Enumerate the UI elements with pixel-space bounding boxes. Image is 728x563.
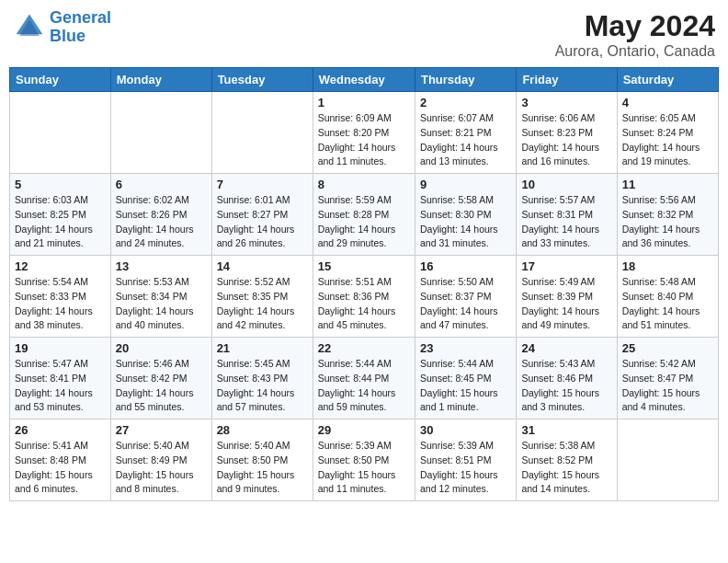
day-info: Sunrise: 5:38 AMSunset: 8:52 PMDaylight:… <box>521 439 611 497</box>
day-info: Sunrise: 5:42 AMSunset: 8:47 PMDaylight:… <box>622 357 713 415</box>
calendar-day <box>211 92 313 174</box>
day-number: 13 <box>116 259 207 273</box>
calendar-day: 11Sunrise: 5:56 AMSunset: 8:32 PMDayligh… <box>617 174 718 256</box>
day-info: Sunrise: 5:39 AMSunset: 8:51 PMDaylight:… <box>420 439 511 497</box>
day-number: 14 <box>217 259 308 273</box>
day-info: Sunrise: 5:52 AMSunset: 8:35 PMDaylight:… <box>217 275 308 333</box>
calendar-day: 20Sunrise: 5:46 AMSunset: 8:42 PMDayligh… <box>110 338 211 419</box>
day-info: Sunrise: 5:53 AMSunset: 8:34 PMDaylight:… <box>116 275 207 333</box>
day-info: Sunrise: 6:09 AMSunset: 8:20 PMDaylight:… <box>318 111 410 169</box>
day-info: Sunrise: 6:05 AMSunset: 8:24 PMDaylight:… <box>622 111 713 169</box>
calendar-day: 31Sunrise: 5:38 AMSunset: 8:52 PMDayligh… <box>517 419 617 501</box>
day-number: 31 <box>521 423 611 437</box>
weekday-header-wednesday: Wednesday <box>313 68 415 92</box>
day-info: Sunrise: 5:51 AMSunset: 8:36 PMDaylight:… <box>318 275 410 333</box>
day-info: Sunrise: 5:48 AMSunset: 8:40 PMDaylight:… <box>622 275 713 333</box>
day-info: Sunrise: 5:45 AMSunset: 8:43 PMDaylight:… <box>217 357 308 415</box>
day-number: 6 <box>116 178 207 191</box>
calendar-day: 15Sunrise: 5:51 AMSunset: 8:36 PMDayligh… <box>313 256 415 338</box>
day-info: Sunrise: 6:03 AMSunset: 8:25 PMDaylight:… <box>15 193 106 251</box>
day-number: 1 <box>318 96 410 109</box>
calendar-week-row: 19Sunrise: 5:47 AMSunset: 8:41 PMDayligh… <box>10 338 719 419</box>
calendar-day: 27Sunrise: 5:40 AMSunset: 8:49 PMDayligh… <box>110 419 211 501</box>
calendar-week-row: 26Sunrise: 5:41 AMSunset: 8:48 PMDayligh… <box>10 419 719 501</box>
calendar-day: 16Sunrise: 5:50 AMSunset: 8:37 PMDayligh… <box>415 256 516 338</box>
calendar-day: 29Sunrise: 5:39 AMSunset: 8:50 PMDayligh… <box>313 419 415 501</box>
calendar-week-row: 12Sunrise: 5:54 AMSunset: 8:33 PMDayligh… <box>10 256 719 338</box>
day-info: Sunrise: 5:49 AMSunset: 8:39 PMDaylight:… <box>521 275 611 333</box>
weekday-header-friday: Friday <box>517 68 617 92</box>
calendar-day: 12Sunrise: 5:54 AMSunset: 8:33 PMDayligh… <box>10 256 111 338</box>
weekday-header-monday: Monday <box>110 68 211 92</box>
day-number: 3 <box>521 96 611 109</box>
calendar-day: 26Sunrise: 5:41 AMSunset: 8:48 PMDayligh… <box>10 419 111 501</box>
weekday-header-row: SundayMondayTuesdayWednesdayThursdayFrid… <box>10 68 719 92</box>
calendar-day: 17Sunrise: 5:49 AMSunset: 8:39 PMDayligh… <box>517 256 617 338</box>
day-info: Sunrise: 5:50 AMSunset: 8:37 PMDaylight:… <box>420 275 511 333</box>
day-info: Sunrise: 5:41 AMSunset: 8:48 PMDaylight:… <box>15 439 106 497</box>
page-subtitle: Aurora, Ontario, Canada <box>555 43 715 60</box>
day-number: 19 <box>15 341 106 355</box>
day-number: 22 <box>318 341 410 355</box>
day-number: 24 <box>521 341 611 355</box>
calendar-day: 19Sunrise: 5:47 AMSunset: 8:41 PMDayligh… <box>10 338 111 419</box>
day-number: 10 <box>521 178 611 191</box>
day-number: 12 <box>15 259 106 273</box>
day-number: 7 <box>217 178 308 191</box>
logo-text: General Blue <box>50 9 111 46</box>
calendar-day: 25Sunrise: 5:42 AMSunset: 8:47 PMDayligh… <box>617 338 718 419</box>
day-info: Sunrise: 6:07 AMSunset: 8:21 PMDaylight:… <box>420 111 511 169</box>
calendar-day: 14Sunrise: 5:52 AMSunset: 8:35 PMDayligh… <box>211 256 313 338</box>
page-title: May 2024 <box>555 9 715 43</box>
day-info: Sunrise: 5:40 AMSunset: 8:49 PMDaylight:… <box>116 439 207 497</box>
day-info: Sunrise: 6:02 AMSunset: 8:26 PMDaylight:… <box>116 193 207 251</box>
day-number: 23 <box>420 341 511 355</box>
day-number: 17 <box>521 259 611 273</box>
calendar-day: 22Sunrise: 5:44 AMSunset: 8:44 PMDayligh… <box>313 338 415 419</box>
weekday-header-sunday: Sunday <box>10 68 111 92</box>
calendar-day <box>617 419 718 501</box>
day-number: 18 <box>622 259 713 273</box>
day-number: 15 <box>318 259 410 273</box>
day-number: 28 <box>217 423 308 437</box>
calendar-week-row: 1Sunrise: 6:09 AMSunset: 8:20 PMDaylight… <box>10 92 719 174</box>
calendar-day: 18Sunrise: 5:48 AMSunset: 8:40 PMDayligh… <box>617 256 718 338</box>
day-number: 8 <box>318 178 410 191</box>
day-info: Sunrise: 6:01 AMSunset: 8:27 PMDaylight:… <box>217 193 308 251</box>
calendar-day: 2Sunrise: 6:07 AMSunset: 8:21 PMDaylight… <box>415 92 516 174</box>
page-header: General Blue May 2024 Aurora, Ontario, C… <box>9 9 719 60</box>
logo-icon <box>13 11 46 44</box>
calendar-day: 8Sunrise: 5:59 AMSunset: 8:28 PMDaylight… <box>313 174 415 256</box>
day-info: Sunrise: 5:46 AMSunset: 8:42 PMDaylight:… <box>116 357 207 415</box>
calendar-day: 28Sunrise: 5:40 AMSunset: 8:50 PMDayligh… <box>211 419 313 501</box>
day-number: 30 <box>420 423 511 437</box>
day-info: Sunrise: 5:44 AMSunset: 8:44 PMDaylight:… <box>318 357 410 415</box>
day-info: Sunrise: 5:39 AMSunset: 8:50 PMDaylight:… <box>318 439 410 497</box>
day-number: 5 <box>15 178 106 191</box>
day-info: Sunrise: 5:47 AMSunset: 8:41 PMDaylight:… <box>15 357 106 415</box>
calendar-day: 10Sunrise: 5:57 AMSunset: 8:31 PMDayligh… <box>517 174 617 256</box>
calendar-day <box>110 92 211 174</box>
day-number: 4 <box>622 96 713 109</box>
logo: General Blue <box>13 9 111 46</box>
day-info: Sunrise: 6:06 AMSunset: 8:23 PMDaylight:… <box>521 111 611 169</box>
calendar-day: 6Sunrise: 6:02 AMSunset: 8:26 PMDaylight… <box>110 174 211 256</box>
title-block: May 2024 Aurora, Ontario, Canada <box>555 9 715 60</box>
day-number: 2 <box>420 96 511 109</box>
day-info: Sunrise: 5:58 AMSunset: 8:30 PMDaylight:… <box>420 193 511 251</box>
calendar-day: 24Sunrise: 5:43 AMSunset: 8:46 PMDayligh… <box>517 338 617 419</box>
weekday-header-thursday: Thursday <box>415 68 516 92</box>
day-number: 21 <box>217 341 308 355</box>
day-number: 27 <box>116 423 207 437</box>
calendar-day: 3Sunrise: 6:06 AMSunset: 8:23 PMDaylight… <box>517 92 617 174</box>
calendar-day: 1Sunrise: 6:09 AMSunset: 8:20 PMDaylight… <box>313 92 415 174</box>
day-number: 20 <box>116 341 207 355</box>
day-number: 11 <box>622 178 713 191</box>
day-info: Sunrise: 5:59 AMSunset: 8:28 PMDaylight:… <box>318 193 410 251</box>
day-number: 26 <box>15 423 106 437</box>
calendar-week-row: 5Sunrise: 6:03 AMSunset: 8:25 PMDaylight… <box>10 174 719 256</box>
calendar-day: 23Sunrise: 5:44 AMSunset: 8:45 PMDayligh… <box>415 338 516 419</box>
calendar-day: 30Sunrise: 5:39 AMSunset: 8:51 PMDayligh… <box>415 419 516 501</box>
calendar-day: 4Sunrise: 6:05 AMSunset: 8:24 PMDaylight… <box>617 92 718 174</box>
day-number: 25 <box>622 341 713 355</box>
